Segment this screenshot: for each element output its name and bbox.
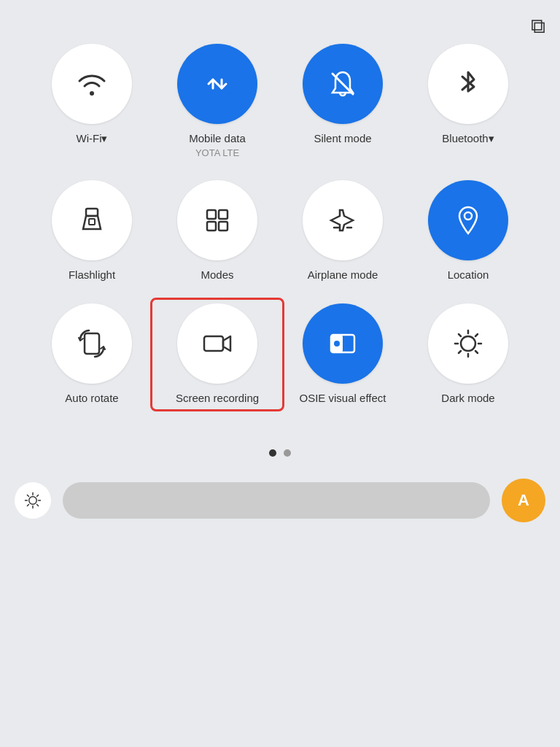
svg-line-32 [27,504,28,506]
user-avatar[interactable]: A [502,479,545,522]
tile-wifi[interactable]: Wi-Fi▾ [34,44,150,158]
edit-icon[interactable]: ⧉ [531,15,545,39]
brightness-slider[interactable] [63,482,490,519]
wifi-label: Wi-Fi▾ [77,131,108,146]
tile-location[interactable]: Location [410,180,526,282]
svg-rect-6 [219,222,228,231]
svg-point-14 [334,341,340,347]
silentmode-label: Silent mode [314,131,371,146]
darkmode-circle [428,303,508,384]
svg-rect-10 [85,333,99,354]
bluetooth-icon [451,66,486,101]
location-circle [428,180,508,260]
svg-rect-1 [86,209,98,216]
quick-settings-panel: Wi-Fi▾ Mobile data YOTA LTE [0,0,560,442]
wifi-icon [74,66,109,101]
svg-line-31 [37,495,39,496]
bluetooth-circle [428,44,508,124]
row-3: Auto rotate Screen recording O [29,303,531,406]
mobiledata-label: Mobile data [189,131,246,146]
svg-line-21 [475,351,478,353]
brightness-icon-button[interactable] [15,482,51,519]
osie-circle [303,303,383,384]
screenrecording-circle [177,303,257,384]
svg-line-22 [475,334,478,336]
osie-icon [325,326,360,361]
dot-1[interactable] [269,449,276,457]
tile-darkmode[interactable]: Dark mode [410,303,526,406]
svg-line-30 [37,504,39,506]
brightness-sun-icon [23,490,43,511]
svg-rect-2 [89,219,95,225]
svg-rect-5 [207,222,216,231]
modes-icon [200,203,235,238]
mobiledata-icon [200,66,235,101]
silentmode-circle [303,44,383,124]
screenrecording-icon [200,326,235,361]
tile-flashlight[interactable]: Flashlight [34,180,150,282]
screenrecording-label: Screen recording [176,391,259,406]
darkmode-label: Dark mode [441,391,494,406]
row-1: Wi-Fi▾ Mobile data YOTA LTE [29,44,531,158]
tile-screenrecording[interactable]: Screen recording [159,303,276,406]
darkmode-icon [451,326,486,361]
svg-point-24 [29,496,37,504]
svg-point-15 [461,336,475,351]
tile-airplanemode[interactable]: Airplane mode [284,180,401,282]
wifi-circle [52,44,132,124]
flashlight-label: Flashlight [69,268,115,282]
tile-osie[interactable]: OSIE visual effect [284,303,401,406]
silentmode-icon [325,66,360,101]
modes-circle [177,180,257,260]
row-2: Flashlight Modes [29,180,531,282]
flashlight-circle [52,180,132,260]
tile-bluetooth[interactable]: Bluetooth▾ [410,44,526,158]
tile-mobiledata[interactable]: Mobile data YOTA LTE [159,44,276,158]
svg-line-20 [459,334,461,336]
pagination-dots [0,449,560,457]
modes-label: Modes [201,268,233,282]
bottom-bar: A [0,479,560,522]
tile-silentmode[interactable]: Silent mode [284,44,401,158]
svg-line-23 [459,351,461,353]
mobiledata-sublabel: YOTA LTE [195,147,239,158]
autorotate-icon [74,326,109,361]
airplanemode-label: Airplane mode [308,268,378,282]
svg-rect-3 [207,210,216,219]
autorotate-label: Auto rotate [65,391,118,406]
svg-point-9 [464,212,472,220]
mobiledata-circle [177,44,257,124]
bluetooth-label: Bluetooth▾ [442,131,494,146]
autorotate-circle [52,303,132,384]
location-label: Location [448,268,489,282]
osie-label: OSIE visual effect [300,391,386,406]
flashlight-icon [74,203,109,238]
svg-rect-4 [219,210,228,219]
svg-line-29 [27,495,28,496]
airplanemode-circle [303,180,383,260]
location-icon [451,203,486,238]
tile-modes[interactable]: Modes [159,180,276,282]
airplanemode-icon [325,203,360,238]
dot-2[interactable] [284,449,291,457]
tile-autorotate[interactable]: Auto rotate [34,303,150,406]
svg-rect-11 [204,336,223,351]
